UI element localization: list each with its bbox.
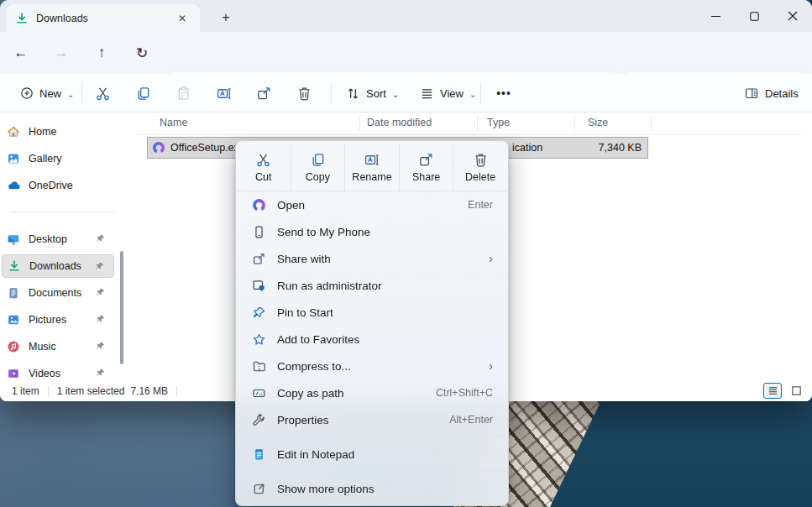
pin-icon [95,368,106,379]
sidebar-item-music[interactable]: Music [2,335,114,358]
menu-item-open[interactable]: Open Enter [239,191,505,218]
sort-button[interactable]: Sort ⌄ [338,80,407,107]
up-button[interactable]: ↑ [87,42,116,64]
sidebar-item-onedrive[interactable]: › OneDrive [2,174,114,197]
sort-icon [346,86,360,101]
sidebar-item-downloads[interactable]: Downloads [2,254,114,278]
rename-button[interactable] [205,80,242,107]
refresh-button[interactable]: ↻ [128,42,156,64]
pin-icon [94,261,105,272]
copy-button[interactable] [124,80,161,107]
trash-icon [296,86,312,102]
sidebar-item-home[interactable]: Home [2,120,114,144]
sidebar-item-desktop[interactable]: Desktop [2,227,114,251]
quick-action-label: Cut [255,171,271,183]
close-button[interactable] [773,0,812,32]
pin-icon [251,305,266,320]
icons-view-toggle[interactable] [787,383,805,399]
menu-item-copy-as-path[interactable]: Copy as path Ctrl+Shift+C [239,379,505,406]
minimize-icon [711,12,720,21]
minimize-button[interactable] [696,0,735,32]
column-separator[interactable] [477,116,478,130]
new-label: New [39,87,61,100]
column-separator[interactable] [574,116,575,130]
office-icon [251,197,266,212]
rename-icon [216,86,232,102]
sidebar-item-documents[interactable]: Documents [2,281,114,305]
wrench-icon [251,412,266,427]
sidebar-item-label: Desktop [29,233,67,245]
menu-item-properties[interactable]: Properties Alt+Enter [239,406,505,433]
share-icon [256,86,272,102]
menu-item-add-to-favorites[interactable]: Add to Favorites [239,326,505,353]
column-header-type[interactable]: Type [487,117,510,128]
column-header-size[interactable]: Size [588,117,608,128]
expand-chevron-icon[interactable]: › [10,180,13,192]
menu-item-show-more-options[interactable]: Show more options [239,475,505,502]
screen: Downloads ✕ + ← → ↑ ↻ [0,0,812,507]
menu-item-edit-in-notepad[interactable]: Edit in Notepad [239,441,505,468]
details-pane-button[interactable]: Details [736,80,807,107]
column-header-name[interactable]: Name [160,117,187,128]
sidebar-scrollbar[interactable] [120,251,123,364]
quick-rename-button[interactable]: Rename [344,144,399,191]
zip-folder-icon [251,358,266,374]
file-name: OfficeSetup.exe [170,142,245,154]
sidebar-item-label: Videos [29,368,60,379]
delete-button[interactable] [286,80,322,107]
new-button[interactable]: New ⌄ [12,80,82,107]
menu-item-send-to-my-phone[interactable]: Send to My Phone [239,218,505,245]
maximize-icon [750,12,759,21]
sidebar-item-pictures[interactable]: Pictures [2,308,114,332]
view-button[interactable]: View ⌄ [411,80,485,107]
menu-item-share-with[interactable]: Share with › [239,245,505,272]
share-icon [418,152,434,168]
menu-item-compress-to[interactable]: Compress to... › [239,353,505,379]
tab-downloads[interactable]: Downloads ✕ [7,4,200,32]
chevron-down-icon: ⌄ [392,90,399,99]
desktop-icon [7,233,20,246]
office-file-icon [152,141,165,154]
view-toggles [763,383,805,399]
quick-delete-button[interactable]: Delete [453,144,507,191]
context-menu: Cut Copy Rename [235,140,509,506]
menu-item-pin-to-start[interactable]: Pin to Start [239,299,505,326]
menu-divider [237,471,507,472]
close-icon [788,11,798,21]
column-separator[interactable] [359,116,360,130]
sidebar-divider [10,212,114,212]
quick-copy-button[interactable]: Copy [291,144,345,191]
cut-button[interactable] [84,80,121,107]
toolbar-separator [331,83,332,103]
copy-icon [310,152,326,168]
paste-button[interactable] [165,80,202,107]
column-header-date-modified[interactable]: Date modified [367,117,432,128]
sidebar-item-gallery[interactable]: Gallery [2,147,114,170]
pictures-icon [7,313,20,327]
file-size: 7,340 KB [599,142,642,154]
forward-button[interactable]: → [47,42,76,64]
view-icon [420,86,434,101]
details-view-toggle[interactable] [763,383,782,399]
share-button[interactable] [245,80,282,107]
column-separator[interactable] [651,116,652,130]
back-button[interactable]: ← [7,42,35,64]
new-tab-button[interactable]: + [215,8,237,28]
quick-action-label: Rename [352,171,391,183]
window-controls [696,0,812,32]
share-icon [251,251,266,266]
sidebar-item-label: Home [29,126,56,138]
videos-icon [7,367,20,380]
more-options-button[interactable]: ••• [487,80,521,107]
sidebar-item-label: OneDrive [29,180,73,191]
submenu-chevron-icon: › [489,359,493,373]
view-label: View [440,87,464,100]
quick-share-button[interactable]: Share [399,144,453,191]
sidebar-item-label: Music [29,341,56,353]
maximize-button[interactable] [735,0,773,32]
submenu-chevron-icon: › [489,252,493,265]
tab-close-button[interactable]: ✕ [173,9,191,28]
sidebar-item-videos[interactable]: Videos [2,362,114,381]
quick-cut-button[interactable]: Cut [237,144,291,191]
menu-item-run-as-administrator[interactable]: Run as administrator [239,272,505,299]
